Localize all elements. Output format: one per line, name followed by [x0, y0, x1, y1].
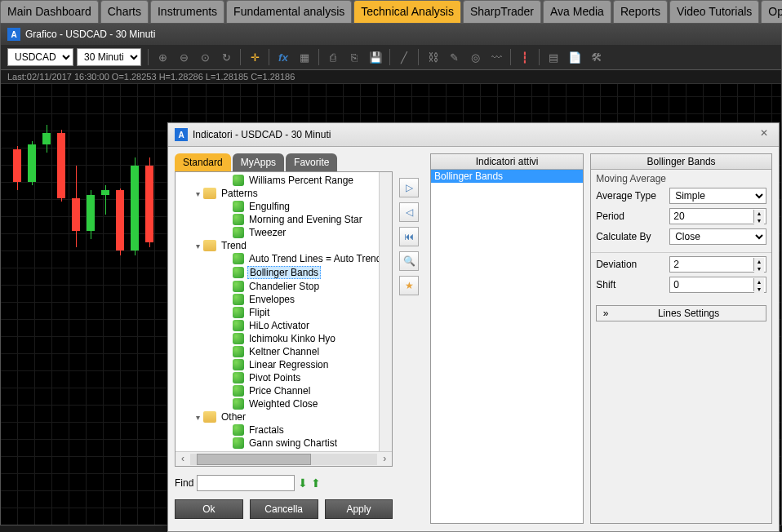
zoom-out-icon[interactable]: ⊖ — [174, 48, 193, 66]
zoom-fit-icon[interactable]: ⊙ — [195, 48, 215, 66]
tree-item[interactable]: ▾Linear Regression — [177, 358, 390, 371]
cancel-button[interactable]: Cancella — [250, 499, 318, 519]
tree-item[interactable]: ▾Flipit — [177, 306, 390, 319]
tree-item[interactable]: ▾Other — [177, 410, 390, 423]
panel-tab-myapps[interactable]: MyApps — [233, 153, 284, 171]
tree-item[interactable]: ▾Bollinger Bands — [177, 265, 390, 280]
find-prev-icon[interactable]: ⬆ — [311, 477, 321, 490]
dialog-title: Indicatori - USDCAD - 30 Minuti — [193, 129, 331, 140]
main-tab-instruments[interactable]: Instruments — [150, 0, 224, 23]
indicator-icon — [233, 267, 244, 278]
tree-item[interactable]: ▾Ichimoku Kinko Hyo — [177, 332, 390, 345]
edit-icon[interactable]: ✎ — [444, 48, 464, 66]
tree-vscroll[interactable] — [379, 172, 392, 451]
add-indicator-icon[interactable]: ▷ — [399, 178, 419, 197]
tree-hscroll[interactable]: ‹ › — [176, 451, 392, 466]
props-header: Bollinger Bands — [591, 154, 771, 170]
avg-type-label: Average Type — [596, 190, 669, 202]
tree-item[interactable]: ▾Auto Trend Lines = Auto Trend — [177, 252, 390, 265]
remove-all-icon[interactable]: ⏮ — [399, 227, 419, 246]
candles-icon[interactable]: ┇ — [515, 48, 535, 66]
shift-spinner[interactable]: ▲▼ — [669, 277, 766, 293]
favorite-icon[interactable]: ★ — [399, 276, 419, 295]
print-icon[interactable]: ⎙ — [323, 48, 343, 66]
main-tab-main-dashboard[interactable]: Main Dashboard — [0, 0, 99, 23]
fx-icon[interactable]: fx — [273, 48, 293, 66]
indicator-icon — [233, 372, 244, 383]
tree-item[interactable]: ▾Pivot Points — [177, 371, 390, 384]
panel-tab-favorite[interactable]: Favorite — [286, 153, 337, 171]
tree-item[interactable]: ▾Engulfing — [177, 200, 390, 213]
dialog-titlebar[interactable]: A Indicatori - USDCAD - 30 Minuti ✕ — [168, 123, 779, 147]
close-icon[interactable]: ✕ — [756, 127, 772, 142]
symbol-select[interactable]: USDCAD — [7, 48, 73, 66]
find-label: Find — [175, 477, 193, 489]
folder-icon — [203, 411, 216, 423]
indicator-icon — [233, 398, 244, 410]
save-icon[interactable]: 💾 — [366, 48, 385, 66]
calc-select[interactable]: Close — [669, 228, 766, 245]
deviation-spinner[interactable]: ▲▼ — [669, 256, 766, 273]
tree-item[interactable]: ▾Morning and Evening Star — [177, 213, 390, 226]
main-tab-video-tutorials[interactable]: Video Tutorials — [669, 0, 759, 23]
find-input[interactable] — [197, 475, 295, 491]
lines-settings-toggle[interactable]: » Lines Settings — [596, 305, 766, 321]
period-label: Period — [596, 211, 669, 222]
indicators-dialog: A Indicatori - USDCAD - 30 Minuti ✕ Stan… — [167, 122, 780, 532]
find-next-icon[interactable]: ⬇ — [298, 477, 308, 490]
indicator-icon — [233, 359, 244, 370]
indicator-icon — [233, 346, 244, 357]
indicator-tree[interactable]: ▾Williams Percent Range▾Patterns▾Engulfi… — [175, 171, 393, 467]
wave-icon[interactable]: 〰 — [487, 48, 506, 66]
tree-item[interactable]: ▾Chandelier Stop — [177, 280, 390, 293]
main-tab-fundamental-analysis[interactable]: Fundamental analysis — [226, 0, 352, 23]
main-tab-ava-media[interactable]: Ava Media — [543, 0, 611, 23]
tree-item[interactable]: ▾Tweezer — [177, 226, 390, 239]
main-tab-charts[interactable]: Charts — [100, 0, 149, 23]
settings-icon[interactable]: ▦ — [295, 48, 314, 66]
tree-item[interactable]: ▾Weighted Close — [177, 397, 390, 410]
app-icon: A — [7, 28, 20, 41]
main-tab-reports[interactable]: Reports — [613, 0, 668, 23]
tree-item[interactable]: ▾Fractals — [177, 423, 390, 437]
folder-icon — [203, 240, 216, 251]
indicator-icon — [233, 227, 244, 238]
search-icon[interactable]: 🔍 — [399, 251, 419, 271]
line-tool-icon[interactable]: ╱ — [394, 48, 414, 66]
avg-type-select[interactable]: Simple — [669, 188, 766, 204]
copy-icon[interactable]: ⎘ — [344, 48, 364, 66]
indicator-icon — [233, 175, 244, 186]
remove-indicator-icon[interactable]: ◁ — [399, 202, 419, 222]
chart-title: Grafico - USDCAD - 30 Minuti — [25, 29, 155, 40]
period-spinner[interactable]: ▲▼ — [669, 208, 766, 224]
page-icon[interactable]: 📄 — [565, 48, 584, 66]
tree-item[interactable]: ▾Keltner Channel — [177, 345, 390, 358]
group-moving-average: Moving Average — [596, 173, 766, 184]
indicator-icon — [233, 281, 244, 292]
main-tab-op[interactable]: Op — [761, 0, 782, 23]
tree-item[interactable]: ▾Envelopes — [177, 293, 390, 306]
chain-icon[interactable]: ⛓ — [423, 48, 442, 66]
zoom-in-icon[interactable]: ⊕ — [153, 48, 172, 66]
timeframe-select[interactable]: 30 Minuti — [77, 48, 141, 66]
target-icon[interactable]: ◎ — [465, 48, 485, 66]
main-tab-sharptrader[interactable]: SharpTrader — [463, 0, 541, 23]
apply-button[interactable]: Apply — [325, 499, 393, 519]
tools-icon[interactable]: 🛠 — [586, 48, 606, 66]
crosshair-icon[interactable]: ✛ — [245, 48, 264, 66]
layers-icon[interactable]: ▤ — [544, 48, 563, 66]
panel-tab-standard[interactable]: Standard — [175, 153, 231, 171]
active-indicator-item[interactable]: Bollinger Bands — [431, 170, 583, 183]
main-tab-technical-analysis[interactable]: Technical Analysis — [353, 0, 461, 23]
tree-item[interactable]: ▾Gann swing Chartist — [177, 437, 390, 450]
tree-item[interactable]: ▾HiLo Activator — [177, 319, 390, 332]
ok-button[interactable]: Ok — [175, 499, 243, 519]
zoom-reset-icon[interactable]: ↻ — [216, 48, 236, 66]
indicator-icon — [233, 385, 244, 397]
tree-item[interactable]: ▾Williams Percent Range — [177, 174, 390, 187]
tree-item[interactable]: ▾Trend — [177, 239, 390, 252]
tree-item[interactable]: ▾Patterns — [177, 187, 390, 200]
tree-item[interactable]: ▾Price Channel — [177, 384, 390, 397]
indicator-icon — [233, 333, 244, 344]
indicator-icon — [233, 320, 244, 331]
